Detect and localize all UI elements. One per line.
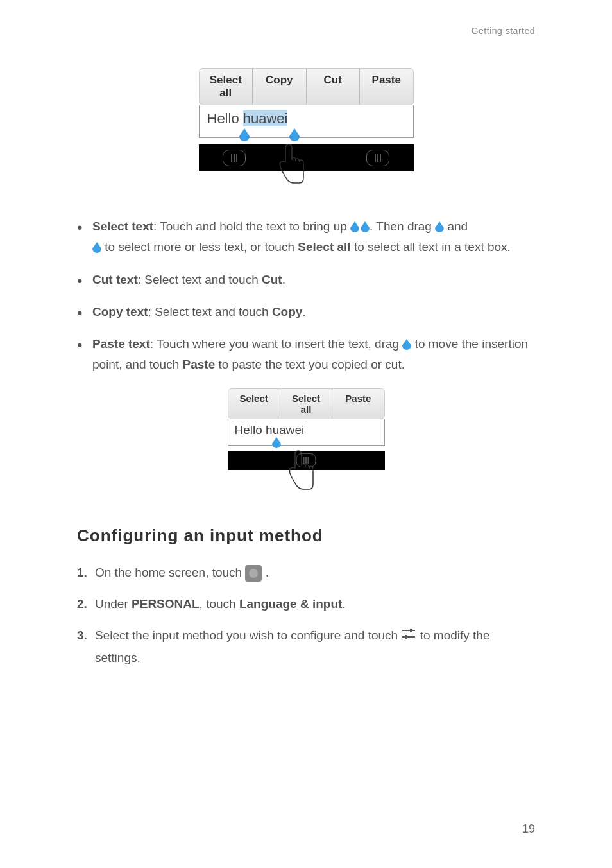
cut-text-item: Cut text: Select text and touch Cut.: [77, 270, 535, 290]
step-1: 1. On the home screen, touch .: [77, 562, 535, 584]
cursor-handle-icon: [402, 337, 411, 351]
navigation-bar: [228, 451, 385, 470]
figure-text-selection: Select all Copy Cut Paste Hello huawei: [77, 68, 535, 191]
select-all-button: Select all: [280, 389, 332, 419]
nav-recent-icon: [366, 150, 389, 166]
single-handle-icon: [92, 240, 101, 254]
instruction-list: Select text: Touch and hold the text to …: [77, 216, 535, 376]
page-header: Getting started: [77, 26, 535, 36]
single-handle-icon: [435, 220, 444, 233]
selection-handle-left-icon: [239, 128, 250, 141]
cursor-handle-icon: [272, 437, 281, 449]
text-input-field: Hello huawei: [199, 105, 414, 138]
paste-button: Paste: [332, 389, 384, 419]
select-all-button: Select all: [200, 69, 253, 105]
step-3: 3. Select the input method you wish to c…: [77, 625, 535, 669]
double-handle-icon: [350, 221, 370, 233]
steps-list: 1. On the home screen, touch . 2. Under …: [77, 562, 535, 670]
step-2: 2. Under PERSONAL, touch Language & inpu…: [77, 593, 535, 615]
svg-rect-3: [405, 635, 407, 639]
nav-recent-icon: [296, 453, 316, 467]
svg-rect-1: [410, 629, 412, 632]
selected-text: huawei: [243, 110, 288, 126]
nav-recent-icon: [223, 150, 246, 166]
figure-paste: Select Select all Paste Hello huawei: [77, 388, 535, 500]
section-heading: Configuring an input method: [77, 526, 535, 546]
slider-settings-icon: [401, 625, 416, 647]
context-menu-paste: Select Select all Paste: [228, 388, 385, 419]
text-input-field: Hello huawei: [228, 419, 385, 446]
hand-pointer-icon: [273, 139, 311, 191]
copy-button: Copy: [253, 69, 307, 105]
select-text-item: Select text: Touch and hold the text to …: [77, 216, 535, 258]
context-menu: Select all Copy Cut Paste: [199, 68, 414, 105]
settings-icon: [245, 565, 262, 582]
paste-button: Paste: [360, 69, 413, 105]
selection-handle-right-icon: [289, 128, 300, 141]
page-number: 19: [522, 822, 535, 836]
paste-text-item: Paste text: Touch where you want to inse…: [77, 334, 535, 376]
copy-text-item: Copy text: Select text and touch Copy.: [77, 302, 535, 322]
select-button: Select: [228, 389, 280, 419]
cut-button: Cut: [307, 69, 361, 105]
